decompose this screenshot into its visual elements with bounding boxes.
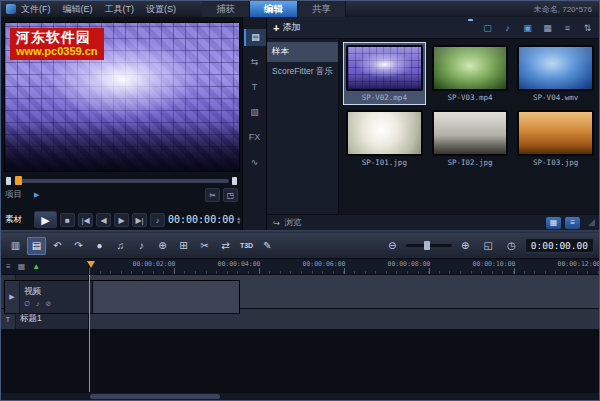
nav-title-icon[interactable]: T	[244, 79, 266, 96]
tab-capture[interactable]: 捕获	[202, 1, 250, 17]
list-view-icon[interactable]: ≡	[560, 21, 575, 35]
timecode-value[interactable]: 00:00:00:00	[168, 214, 234, 225]
thumbnail-sp-i02	[432, 110, 509, 156]
timeline-timecode: 0:00:00.00	[525, 238, 594, 253]
split-clip-button[interactable]: ✂	[205, 188, 220, 202]
folder-scorefitter[interactable]: ScoreFitter 音乐	[267, 62, 338, 82]
import-folder-icon[interactable]	[460, 21, 475, 35]
resize-grip[interactable]	[588, 219, 595, 226]
sound-mixer-button[interactable]: ♫	[111, 237, 130, 255]
library-nav-strip: ▤ ⇆ T ▧ FX ∿	[243, 17, 267, 230]
zoom-in-button[interactable]: ⊕	[456, 237, 475, 255]
nav-transition-icon[interactable]: ⇆	[244, 54, 266, 71]
ruler-label: 00:00:08:00	[384, 260, 434, 268]
stop-button[interactable]: ■	[60, 213, 75, 227]
trim-start-handle[interactable]	[6, 177, 11, 185]
prev-frame-button[interactable]: ◀	[96, 213, 111, 227]
next-frame-button[interactable]: ▶	[114, 213, 129, 227]
media-item[interactable]: SP-V04.wmv	[515, 43, 596, 104]
batch-convert-button[interactable]: ⇄	[216, 237, 235, 255]
watermark-title: 河东软件园	[16, 29, 98, 45]
sort-icon[interactable]: ⇅	[580, 21, 595, 35]
music-filter-icon[interactable]: ♪	[500, 21, 515, 35]
media-item[interactable]: SP-I01.jpg	[344, 108, 425, 169]
subtitle-editor-button[interactable]: ⊞	[174, 237, 193, 255]
chapter-marker-icon[interactable]: ▲	[32, 262, 40, 271]
preview-video[interactable]: 河东软件园 www.pc0359.cn	[4, 22, 240, 172]
painting-creator-button[interactable]: ✎	[258, 237, 277, 255]
menu-file[interactable]: 文件(F)	[21, 3, 51, 16]
timeline-section: ▥ ▤ ↶ ↷ ● ♫ ♪ ⊕ ⊞ ✂ ⇄ T3D ✎ ⊖ ⊕ ◱ ◷ 0:00…	[1, 230, 599, 400]
track-label: 视频	[24, 286, 88, 298]
video-track-lane[interactable]	[93, 281, 239, 313]
trim-end-handle[interactable]	[232, 177, 237, 185]
library-body: 样本 ScoreFitter 音乐 SP-V02.mp4 SP-V03.mp4 …	[267, 39, 600, 214]
mode-clip-button[interactable]: 素材	[5, 214, 31, 226]
playhead-marker[interactable]	[87, 261, 95, 268]
ruler-grid-icon[interactable]: ▦	[18, 262, 26, 271]
library-page-grid-button[interactable]: ▦	[546, 217, 561, 229]
tab-edit[interactable]: 编辑	[250, 1, 298, 17]
thumbnail-sp-v02	[346, 45, 423, 91]
menubar: 文件(F) 编辑(E) 工具(T) 设置(S)	[21, 3, 182, 16]
project-duration-icon[interactable]: ◷	[502, 237, 521, 255]
nav-motion-path-icon[interactable]: ∿	[244, 154, 266, 171]
folder-samples[interactable]: 样本	[267, 42, 338, 62]
ripple-edit-icon[interactable]: ∅	[24, 300, 30, 308]
media-item[interactable]: SP-I03.jpg	[515, 108, 596, 169]
add-media-button[interactable]: + 添加	[273, 21, 300, 34]
track-area: ▶ 视频 ∅ ♪ ⊘ ▣ 叠加1	[1, 275, 599, 400]
mode-project-button[interactable]: 项目	[5, 189, 31, 201]
nav-filter-icon[interactable]: FX	[244, 129, 266, 146]
volume-button[interactable]: ♪	[150, 213, 165, 227]
grid-view-icon[interactable]: ▦	[540, 21, 555, 35]
enlarge-preview-button[interactable]: ◳	[223, 188, 238, 202]
photo-filter-icon[interactable]: ▣	[520, 21, 535, 35]
track-label: 标题1	[20, 313, 84, 325]
timecode-spinner[interactable]: ▲ ▼	[236, 216, 241, 224]
nav-media-icon[interactable]: ▤	[244, 29, 266, 46]
track-mute-icon[interactable]: ♪	[36, 300, 40, 308]
media-item[interactable]: SP-V03.mp4	[430, 43, 511, 104]
split-button[interactable]: ✂	[195, 237, 214, 255]
timeline-view-button[interactable]: ▤	[27, 237, 46, 255]
end-button[interactable]: ▶|	[132, 213, 147, 227]
track-header-video[interactable]: ▶ 视频 ∅ ♪ ⊘	[5, 281, 93, 313]
ruler-corner: ≡ ▦ ▲	[1, 259, 89, 274]
library-page-list-button[interactable]: ≡	[565, 217, 580, 229]
time-ruler[interactable]: 00:00:02:00 00:00:04:00 00:00:06:00 00:0…	[89, 259, 599, 274]
horizontal-scrollbar[interactable]	[1, 392, 599, 400]
watermark: 河东软件园 www.pc0359.cn	[10, 28, 104, 60]
workflow-tabs: 捕获 编辑 共享	[202, 1, 346, 17]
play-button[interactable]: ▶	[34, 211, 57, 228]
browse-button[interactable]: 浏览	[284, 217, 301, 229]
auto-music-button[interactable]: ♪	[132, 237, 151, 255]
redo-button[interactable]: ↷	[69, 237, 88, 255]
media-name: SP-I03.jpg	[517, 158, 594, 167]
scrubber-handle[interactable]	[15, 176, 22, 185]
menu-edit[interactable]: 编辑(E)	[63, 3, 93, 16]
track-disable-icon[interactable]: ⊘	[46, 300, 52, 308]
tab-share[interactable]: 共享	[298, 1, 346, 17]
scrollbar-thumb[interactable]	[90, 394, 220, 399]
zoom-slider[interactable]	[406, 244, 452, 247]
nav-graphic-icon[interactable]: ▧	[244, 104, 266, 121]
media-item[interactable]: SP-I02.jpg	[430, 108, 511, 169]
trim-track[interactable]	[14, 179, 229, 183]
undo-button[interactable]: ↶	[48, 237, 67, 255]
menu-settings[interactable]: 设置(S)	[146, 3, 176, 16]
storyboard-view-button[interactable]: ▥	[6, 237, 25, 255]
track-manager-icon[interactable]: ≡	[6, 262, 11, 271]
media-screen-icon[interactable]: ▢	[480, 21, 495, 35]
title-3d-button[interactable]: T3D	[237, 237, 256, 255]
motion-tracking-button[interactable]: ⊕	[153, 237, 172, 255]
home-button[interactable]: |◀	[78, 213, 93, 227]
menu-tools[interactable]: 工具(T)	[105, 3, 135, 16]
media-item[interactable]: SP-V02.mp4	[344, 43, 425, 104]
zoom-out-button[interactable]: ⊖	[383, 237, 402, 255]
ruler-label: 00:00:12:00	[554, 260, 600, 268]
zoom-slider-thumb[interactable]	[424, 241, 430, 250]
thumbnail-sp-i03	[517, 110, 594, 156]
record-capture-button[interactable]: ●	[90, 237, 109, 255]
fit-project-button[interactable]: ◱	[479, 237, 498, 255]
